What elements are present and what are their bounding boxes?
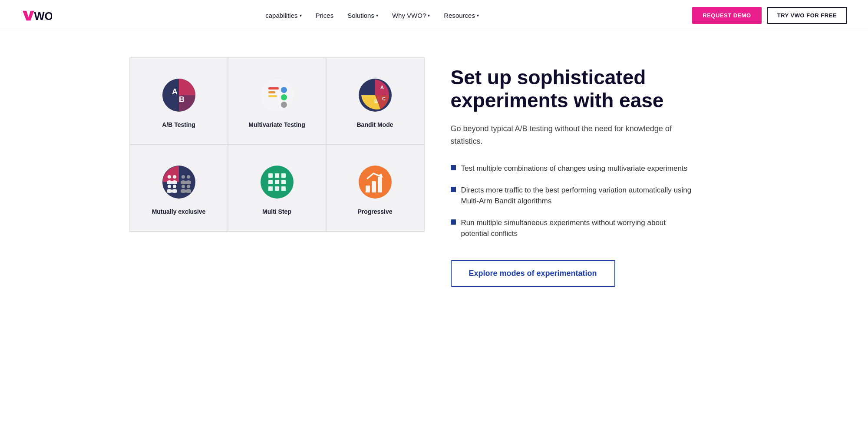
svg-point-10: [281, 94, 287, 100]
svg-text:B: B: [374, 99, 378, 104]
svg-rect-31: [281, 180, 286, 184]
svg-point-5: [261, 79, 294, 112]
svg-rect-27: [275, 173, 279, 178]
nav-links: capabilities ▾ Prices Solutions ▾ Why VW…: [265, 12, 479, 19]
chevron-down-icon: ▾: [428, 13, 430, 18]
text-section: Set up sophisticated experiments with ea…: [451, 57, 739, 287]
bullet-item: Test multiple combinations of changes us…: [451, 163, 694, 174]
svg-point-23: [182, 185, 185, 188]
svg-text:B: B: [179, 95, 185, 104]
feature-bullets: Test multiple combinations of changes us…: [451, 163, 739, 239]
svg-point-18: [173, 175, 176, 179]
svg-rect-30: [275, 180, 279, 184]
chevron-down-icon: ▾: [300, 13, 302, 18]
nav-solutions[interactable]: Solutions ▾: [347, 12, 378, 19]
svg-rect-8: [268, 95, 277, 97]
section-subtext: Go beyond typical A/B testing without th…: [451, 123, 694, 148]
card-ab-testing-label: A/B Testing: [162, 121, 195, 128]
card-multivariate-label: Multivariate Testing: [248, 121, 305, 128]
ab-testing-icon: A B: [162, 78, 196, 113]
bullet-item: Directs more traffic to the best perform…: [451, 185, 694, 207]
card-mutually-exclusive[interactable]: Mutually exclusive: [130, 145, 228, 232]
svg-point-17: [168, 175, 171, 179]
card-multi-step[interactable]: Multi Step: [228, 145, 326, 232]
svg-rect-6: [268, 87, 279, 90]
bullet-text-1: Test multiple combinations of changes us…: [461, 163, 688, 174]
bullet-text-3: Run multiple simultaneous experiments wi…: [461, 217, 694, 239]
section-heading: Set up sophisticated experiments with ea…: [451, 66, 739, 112]
try-free-button[interactable]: TRY VWO FOR FREE: [767, 7, 847, 24]
multivariate-icon: [260, 78, 294, 113]
card-multi-step-label: Multi Step: [262, 208, 291, 215]
svg-point-11: [281, 102, 287, 108]
card-bandit-label: Bandit Mode: [357, 121, 393, 128]
svg-point-21: [182, 175, 185, 179]
svg-rect-26: [268, 173, 273, 178]
card-progressive[interactable]: Progressive: [326, 145, 424, 232]
svg-point-22: [187, 175, 190, 179]
experiment-grid: A B A/B Testing: [129, 57, 425, 232]
logo[interactable]: WO: [21, 8, 52, 23]
svg-text:C: C: [382, 96, 386, 101]
bullet-square-icon: [451, 165, 456, 170]
svg-point-24: [187, 185, 190, 188]
svg-point-20: [173, 185, 176, 188]
svg-rect-28: [281, 173, 286, 178]
svg-rect-32: [268, 186, 273, 191]
bullet-item: Run multiple simultaneous experiments wi…: [451, 217, 694, 239]
explore-modes-button[interactable]: Explore modes of experimentation: [451, 260, 615, 287]
nav-prices[interactable]: Prices: [316, 12, 334, 19]
bandit-icon: A B C: [358, 78, 393, 113]
svg-text:A: A: [172, 87, 178, 96]
chevron-down-icon: ▾: [477, 13, 479, 18]
progressive-icon: [358, 165, 393, 199]
nav-actions: REQUEST DEMO TRY VWO FOR FREE: [692, 7, 847, 24]
svg-text:WO: WO: [34, 10, 52, 22]
card-multivariate[interactable]: Multivariate Testing: [228, 58, 326, 145]
svg-rect-29: [268, 180, 273, 184]
svg-rect-33: [275, 186, 279, 191]
request-demo-button[interactable]: REQUEST DEMO: [692, 7, 761, 24]
multi-step-icon: [260, 165, 294, 199]
svg-rect-38: [378, 177, 382, 192]
svg-text:A: A: [380, 85, 384, 90]
svg-rect-7: [268, 91, 275, 93]
svg-point-19: [168, 185, 171, 188]
nav-resources[interactable]: Resources ▾: [444, 12, 479, 19]
bullet-square-icon: [451, 187, 456, 192]
card-progressive-label: Progressive: [357, 208, 392, 215]
navbar: WO capabilities ▾ Prices Solutions ▾ Why…: [0, 0, 868, 31]
card-grid: A B A/B Testing: [129, 57, 425, 232]
svg-point-9: [281, 87, 287, 93]
main-content: A B A/B Testing: [109, 31, 760, 322]
card-mutually-exclusive-label: Mutually exclusive: [152, 208, 206, 215]
svg-rect-36: [366, 186, 370, 192]
svg-marker-0: [23, 10, 34, 20]
nav-capabilities[interactable]: capabilities ▾: [265, 12, 301, 19]
bullet-square-icon: [451, 219, 456, 225]
card-ab-testing[interactable]: A B A/B Testing: [130, 58, 228, 145]
svg-rect-34: [281, 186, 286, 191]
bullet-text-2: Directs more traffic to the best perform…: [461, 185, 694, 207]
svg-rect-37: [372, 181, 376, 192]
mutually-exclusive-icon: [162, 165, 196, 199]
card-bandit[interactable]: A B C Bandit Mode: [326, 58, 424, 145]
chevron-down-icon: ▾: [376, 13, 378, 18]
nav-why-vwo[interactable]: Why VWO? ▾: [392, 12, 430, 19]
